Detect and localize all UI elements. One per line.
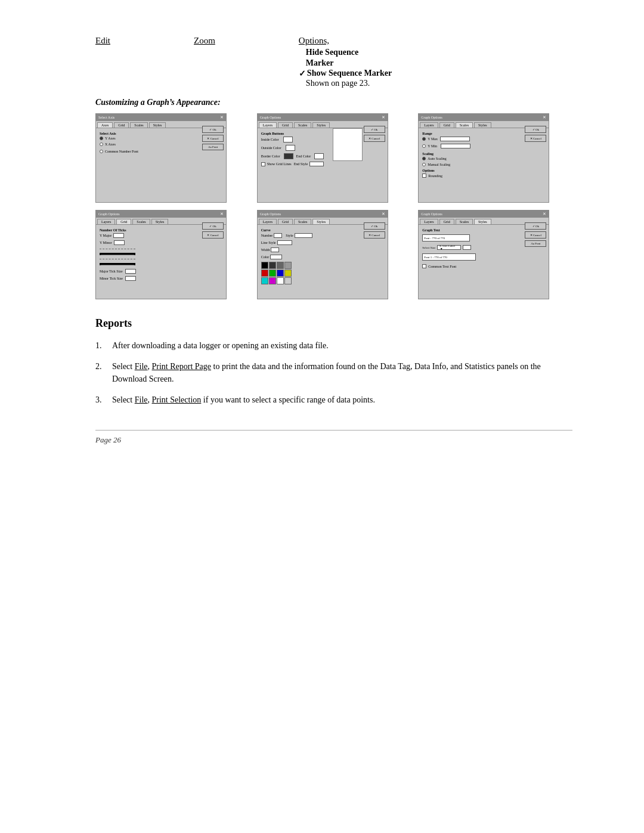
footer-rule: [95, 430, 572, 431]
tab-layers3[interactable]: Layers: [420, 122, 438, 128]
tab-scales3[interactable]: Scales: [456, 122, 473, 128]
dialog-buttons-2: ✓ Ok ✕ Cancel: [364, 126, 385, 142]
line-style-input[interactable]: [277, 240, 292, 245]
list-text-2: Select File, Print Report Page to print …: [112, 360, 572, 385]
customizing-title: Customizing a Graph’s Appearance:: [95, 98, 572, 107]
y-min-radio[interactable]: [422, 144, 426, 148]
screenshot-select-axis: Select Axis ✕ Axes Grid Scales Styles Se…: [95, 113, 227, 203]
menu-options-column: Options, Hide Sequence Marker ✓ Show Seq…: [299, 36, 392, 88]
font-button-1[interactable]: Aa Font: [202, 144, 224, 150]
dialog-buttons-6: ✓ Ok ✕ Cancel Aa Font: [525, 222, 546, 247]
tab-scales[interactable]: Scales: [130, 122, 147, 128]
font-size-value[interactable]: [463, 245, 471, 250]
tab-layers6[interactable]: Layers: [420, 219, 438, 224]
tab-grid2[interactable]: Grid: [278, 122, 293, 128]
rounding-check[interactable]: [422, 174, 426, 178]
end-style-selector[interactable]: [309, 162, 324, 166]
y-max-input[interactable]: [440, 137, 470, 141]
ok-button-3[interactable]: ✓ Ok: [525, 126, 546, 133]
font-button-6[interactable]: Aa Font: [525, 240, 546, 247]
y-minor-input[interactable]: [114, 240, 125, 245]
font-size-select[interactable]: X Axis Label ▼: [437, 245, 461, 250]
show-grid-lines-check[interactable]: [261, 162, 265, 166]
curve-style-selector[interactable]: [295, 233, 312, 238]
file-link-1[interactable]: File: [135, 362, 148, 371]
cancel-button-3[interactable]: ✕ Cancel: [525, 135, 546, 142]
page: Edit Zoom Options, Hide Sequence Marker …: [0, 0, 644, 833]
tab-grid3[interactable]: Grid: [439, 122, 454, 128]
common-text-font-check[interactable]: [422, 264, 426, 268]
screenshot-graph-curves: Graph Options ✕ Layers Grid Scales Style…: [257, 210, 388, 299]
tab-layers4[interactable]: Layers: [97, 219, 115, 224]
inside-color-swatch[interactable]: [283, 137, 293, 143]
tab-scales6[interactable]: Scales: [456, 219, 473, 224]
tab-styles[interactable]: Styles: [149, 122, 166, 128]
dialog-buttons-5: ✓ Ok ✕ Cancel: [364, 222, 385, 239]
y-major-input[interactable]: [113, 233, 124, 238]
border-color-swatch[interactable]: [284, 153, 293, 159]
ok-button-2[interactable]: ✓ Ok: [364, 126, 385, 133]
tab-layers5[interactable]: Layers: [259, 219, 277, 224]
ok-button-1[interactable]: ✓ Ok: [202, 126, 224, 133]
cancel-button-5[interactable]: ✕ Cancel: [364, 231, 385, 239]
outside-color-swatch[interactable]: [286, 145, 295, 151]
width-input[interactable]: [271, 247, 279, 252]
minor-tick-size-input[interactable]: [125, 276, 136, 281]
tab-grid6[interactable]: Grid: [439, 219, 454, 224]
list-item: 2. Select File, Print Report Page to pri…: [95, 360, 572, 385]
cancel-button-1[interactable]: ✕ Cancel: [202, 135, 224, 142]
y-axes-radio[interactable]: [100, 137, 103, 140]
tab-grid[interactable]: Grid: [114, 122, 129, 128]
menu-edit[interactable]: Edit: [95, 36, 110, 46]
curve-number-input[interactable]: [274, 233, 282, 238]
cancel-button-4[interactable]: ✕ Cancel: [202, 231, 224, 239]
tab-styles2[interactable]: Styles: [312, 122, 330, 128]
color-input[interactable]: [270, 255, 282, 259]
ok-button-4[interactable]: ✓ Ok: [202, 222, 224, 230]
screenshots-grid: Select Axis ✕ Axes Grid Scales Styles Se…: [95, 113, 572, 299]
color-preview: [333, 128, 363, 161]
page-number: Page 26: [95, 435, 572, 445]
file-link-2[interactable]: File: [135, 395, 148, 404]
screenshot-graph-fonts: Graph Options ✕ Layers Grid Scales Style…: [418, 210, 549, 299]
tab-styles5[interactable]: Styles: [312, 219, 330, 224]
ok-button-5[interactable]: ✓ Ok: [364, 222, 385, 230]
manual-scaling-radio[interactable]: [422, 163, 426, 166]
tab-styles4[interactable]: Styles: [151, 219, 169, 224]
menu-hide-sequence-item[interactable]: Hide Sequence Marker: [299, 47, 358, 69]
ok-button-6[interactable]: ✓ Ok: [525, 222, 546, 230]
font-preview-box: Font 1 : 770 of 770: [422, 253, 476, 261]
tab-axes[interactable]: Axes: [97, 122, 113, 128]
show-sequence-label: Show Sequence Marker: [307, 69, 392, 78]
common-number-font-radio[interactable]: [100, 150, 103, 153]
menu-options-title[interactable]: Options,: [299, 36, 329, 46]
print-report-link[interactable]: Print Report Page: [152, 362, 212, 371]
checkmark-icon: ✓: [299, 69, 306, 79]
cancel-button-2[interactable]: ✕ Cancel: [364, 135, 385, 142]
list-text-3: Select File, Print Selection if you want…: [112, 394, 572, 406]
list-text-1: After downloading a data logger or openi…: [112, 339, 572, 352]
tab-styles3[interactable]: Styles: [474, 122, 491, 128]
menu-zoom[interactable]: Zoom: [194, 36, 215, 46]
menu-bar: Edit Zoom Options, Hide Sequence Marker …: [95, 36, 572, 88]
major-tick-size-input[interactable]: [125, 269, 136, 274]
tab-scales2[interactable]: Scales: [294, 122, 311, 128]
tab-styles6[interactable]: Styles: [474, 219, 491, 224]
tab-grid5[interactable]: Grid: [278, 219, 293, 224]
y-min-input[interactable]: [441, 144, 470, 148]
menu-show-sequence-item[interactable]: ✓ Show Sequence Marker: [299, 69, 392, 79]
screenshot-graph-range: Graph Options ✕ Layers Grid Scales Style…: [418, 113, 549, 203]
print-selection-link[interactable]: Print Selection: [152, 395, 202, 404]
font-preview: Font : 770 of 770: [422, 234, 470, 241]
auto-scaling-radio[interactable]: [422, 157, 426, 160]
cancel-button-6[interactable]: ✕ Cancel: [525, 231, 546, 239]
tab-scales5[interactable]: Scales: [294, 219, 311, 224]
y-max-radio[interactable]: [422, 137, 426, 141]
list-number-3: 3.: [95, 394, 112, 406]
x-axes-radio[interactable]: [100, 143, 103, 146]
shown-on-page-text: Shown on page 23.: [299, 79, 370, 88]
tab-scales4[interactable]: Scales: [132, 219, 150, 224]
end-color-swatch[interactable]: [314, 153, 324, 159]
tab-layers[interactable]: Layers: [259, 122, 277, 128]
tab-grid4[interactable]: Grid: [116, 219, 131, 224]
